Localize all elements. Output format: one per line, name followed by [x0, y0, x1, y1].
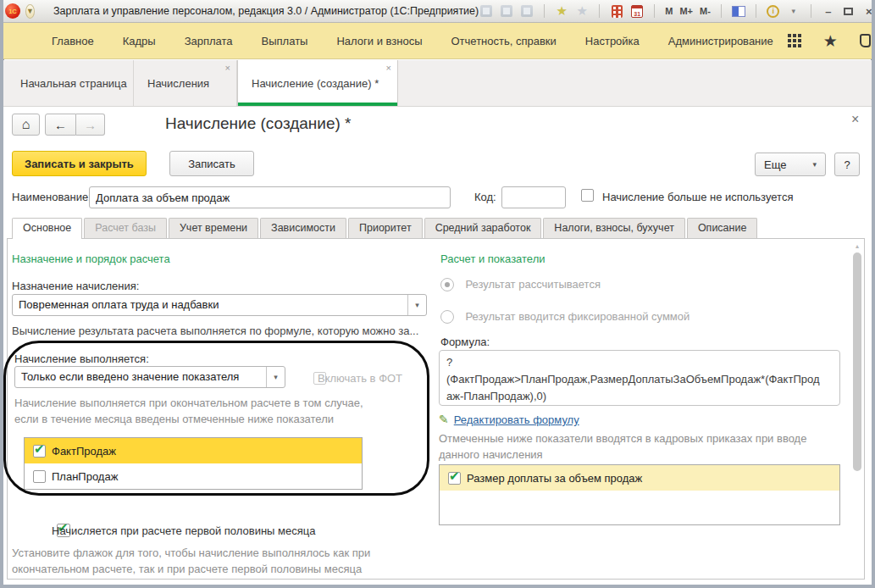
- calculator-icon[interactable]: [609, 3, 624, 19]
- save-and-close-button[interactable]: Записать и закрыть: [12, 151, 147, 176]
- memory-m-minus-button[interactable]: M-: [699, 3, 712, 19]
- favorites-star-icon[interactable]: ★: [823, 33, 838, 49]
- faktprodazh-checkbox[interactable]: ✔: [33, 445, 46, 458]
- add-favorite-icon[interactable]: ★: [554, 3, 569, 19]
- menu-item-otchetnost[interactable]: Отчетность, справки: [437, 35, 571, 47]
- menu-item-administrirovanie[interactable]: Администрирование: [654, 35, 788, 47]
- list-item-label: ПланПродаж: [52, 470, 118, 483]
- favorites-icon[interactable]: ★: [574, 3, 590, 19]
- performed-combobox-value: Только если введено значение показателя: [15, 367, 266, 387]
- name-input[interactable]: [89, 186, 451, 208]
- save-button[interactable]: Записать: [169, 151, 254, 176]
- 1c-app-icon[interactable]: 1С: [5, 3, 20, 19]
- subtab-zavisimosti[interactable]: Зависимости: [260, 218, 346, 238]
- calendar-icon[interactable]: 31: [629, 3, 645, 19]
- subtab-opisanie[interactable]: Описание: [687, 218, 758, 238]
- home-button[interactable]: ⌂: [12, 114, 40, 136]
- more-button-label: Еще: [764, 158, 786, 171]
- tab-label: Начисления: [147, 77, 209, 90]
- divider: [544, 4, 545, 18]
- menu-item-nalogi[interactable]: Налоги и взносы: [322, 35, 436, 47]
- purpose-combobox-value: Повременная оплата труда и надбавки: [13, 295, 407, 315]
- tab-label: Начальная страница: [20, 77, 127, 90]
- code-input[interactable]: [501, 186, 566, 208]
- subtab-osnovnoe[interactable]: Основное: [12, 218, 82, 239]
- planprodazh-checkbox[interactable]: [33, 470, 46, 483]
- memory-m-button[interactable]: M: [664, 3, 673, 19]
- order-indicators-listbox: ✔ Размер доплаты за объем продаж: [439, 464, 840, 525]
- form-subtabs: Основное Расчет базы Учет времени Зависи…: [12, 218, 759, 239]
- minimize-button[interactable]: –: [821, 3, 836, 19]
- info-icon[interactable]: i: [766, 3, 781, 19]
- system-menu-icon[interactable]: ▼: [25, 4, 35, 19]
- menu-item-nastroyka[interactable]: Настройка: [571, 35, 654, 47]
- main-menu-bar: Главное Кадры Зарплата Выплаты Налоги и …: [3, 23, 872, 59]
- name-field-label: Наименование:: [12, 191, 91, 203]
- divider: [756, 4, 756, 18]
- history-icon[interactable]: [860, 34, 871, 47]
- divider: [811, 4, 811, 18]
- tab-label: Начисление (создание) *: [252, 77, 379, 90]
- more-button[interactable]: Еще ▾: [755, 153, 826, 176]
- split-window-icon[interactable]: [731, 3, 746, 19]
- list-item-label: Размер доплаты за объем продаж: [467, 472, 642, 485]
- menu-item-glavnoe[interactable]: Главное: [37, 35, 108, 47]
- forward-button[interactable]: →: [76, 114, 105, 136]
- open-windows-tabbar: Начальная страница Начисления × Начислен…: [3, 60, 872, 107]
- print-preview-icon[interactable]: [519, 3, 534, 19]
- chevron-down-icon[interactable]: ▾: [407, 295, 426, 315]
- tab-nachisleniya[interactable]: Начисления ×: [134, 60, 237, 106]
- divider: [599, 4, 600, 18]
- subtab-panel: [7, 238, 865, 580]
- form-close-icon[interactable]: ×: [851, 112, 859, 127]
- back-button[interactable]: ←: [45, 114, 76, 136]
- print-icon[interactable]: [499, 3, 514, 19]
- list-item-label: ФактПродаж: [52, 445, 116, 458]
- info-dropdown-icon[interactable]: ▾: [786, 3, 801, 19]
- not-used-checkbox[interactable]: [581, 189, 594, 202]
- all-functions-grid-icon[interactable]: [788, 34, 791, 37]
- code-field-label: Код:: [474, 191, 496, 203]
- performed-combobox[interactable]: Только если введено значение показателя …: [14, 366, 285, 388]
- subtab-prioritet[interactable]: Приоритет: [348, 218, 423, 238]
- page-title: Начисление (создание) *: [165, 114, 352, 133]
- memory-m-plus-button[interactable]: M+: [678, 3, 694, 19]
- app-window: 1С ▼ Зарплата и управление персоналом, р…: [0, 0, 875, 588]
- menu-item-zarplata[interactable]: Зарплата: [170, 35, 247, 47]
- purpose-combobox[interactable]: Повременная оплата труда и надбавки ▾: [12, 294, 427, 316]
- tab-home-page[interactable]: Начальная страница: [7, 60, 134, 106]
- tab-close-icon[interactable]: ×: [225, 63, 230, 73]
- help-button[interactable]: ?: [834, 153, 860, 176]
- form-content: ⌂ ← → Начисление (создание) * × Записать…: [3, 107, 872, 585]
- window-title: Зарплата и управление персоналом, редакц…: [53, 5, 479, 17]
- subtab-sredniy-zarabotok[interactable]: Средний заработок: [424, 218, 542, 238]
- menu-item-vyplaty[interactable]: Выплаты: [247, 35, 323, 47]
- maximize-button[interactable]: [841, 3, 856, 19]
- title-bar: 1С ▼ Зарплата и управление персоналом, р…: [0, 0, 875, 23]
- tab-nachislenie-sozdanie[interactable]: Начисление (создание) * ×: [237, 60, 398, 106]
- chevron-down-icon: ▾: [812, 160, 817, 169]
- chevron-down-icon[interactable]: ▾: [266, 367, 285, 387]
- subtab-raschet-bazy: Расчет базы: [84, 218, 167, 238]
- save-icon[interactable]: [479, 3, 494, 19]
- list-item-faktprodazh[interactable]: ✔ ФактПродаж: [25, 438, 362, 463]
- menu-item-kadry[interactable]: Кадры: [108, 35, 170, 47]
- close-window-button[interactable]: ×: [861, 3, 875, 19]
- list-item-razmer-doplaty[interactable]: ✔ Размер доплаты за объем продаж: [440, 465, 839, 491]
- subtab-uchet-vremeni[interactable]: Учет времени: [169, 218, 258, 238]
- subtab-nalogi-vznosy[interactable]: Налоги, взносы, бухучет: [543, 218, 685, 238]
- divider: [721, 4, 722, 18]
- indicators-listbox: ✔ ФактПродаж ПланПродаж: [24, 437, 363, 490]
- tab-close-icon[interactable]: ×: [386, 63, 391, 73]
- razmer-doplaty-checkbox[interactable]: ✔: [448, 472, 461, 485]
- divider: [654, 4, 655, 18]
- not-used-checkbox-label: Начисление больше не используется: [602, 191, 793, 203]
- list-item-planprodazh[interactable]: ПланПродаж: [25, 463, 362, 489]
